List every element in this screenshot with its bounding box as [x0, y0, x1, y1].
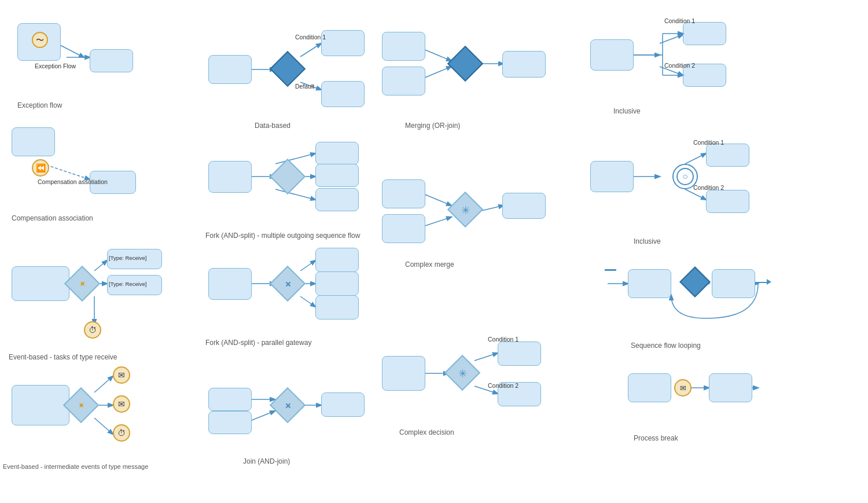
exception-flow-arrow-label: Exception Flow [35, 63, 76, 69]
db-section-label: Data-based [255, 122, 290, 130]
inc1-section-label: Inclusive [613, 107, 641, 115]
seq-loop-arrow-in [605, 269, 616, 271]
or-join-section-label: Merging (OR-join) [405, 122, 460, 130]
exception-flow-event: 〜 [32, 32, 48, 48]
cd-cond2-label: Condition 2 [488, 382, 518, 389]
fork-para-task3 [315, 271, 359, 296]
cd-cond1-label: Condition 1 [488, 336, 518, 343]
join-task3 [321, 392, 365, 417]
join-task2 [208, 411, 252, 434]
pb-event-circle: ✉ [674, 379, 692, 396]
evb-msg-envelope2: ✉ [113, 395, 130, 413]
svg-line-32 [475, 353, 498, 361]
fork-multi-task4 [315, 188, 359, 211]
cd-section-label: Complex decision [399, 428, 454, 436]
comp-icon: ⏪ [36, 163, 46, 172]
cd-gateway: ✳ [450, 360, 476, 387]
db-task2 [321, 30, 365, 56]
evb-msg-clock: ⏱ [113, 424, 130, 442]
db-gateway [275, 56, 301, 83]
svg-line-8 [94, 376, 113, 392]
db-default-label: Default [295, 83, 314, 90]
inc2-task3 [706, 190, 749, 213]
fork-multi-task2 [315, 142, 359, 165]
cd-task2 [498, 342, 541, 366]
or-join-gateway [453, 51, 479, 78]
pb-envelope-icon: ✉ [680, 384, 686, 392]
pb-task1 [628, 373, 671, 402]
svg-line-2 [46, 165, 90, 179]
evb-receive-gateway: ✦ [69, 271, 96, 298]
inc2-cond2-label: Condition 2 [693, 184, 724, 191]
envelope2-icon: ✉ [118, 399, 125, 409]
exception-icon: 〜 [36, 36, 44, 44]
cm-section-label: Complex merge [405, 260, 454, 269]
or-join-task1 [382, 32, 425, 61]
db-task3 [321, 81, 365, 107]
evb-msg-section-label: Event-based - intermediate events of typ… [3, 463, 148, 470]
fork-multi-task3 [315, 164, 359, 187]
fork-para-task2 [315, 248, 359, 272]
evb-receive-label1: [Type: Receive] [109, 255, 146, 261]
svg-line-30 [479, 205, 503, 211]
inc2-cond1-label: Condition 1 [693, 139, 724, 146]
evb-receive-section-label: Event-based - tasks of type receive [9, 353, 117, 361]
cm-gateway: ✳ [453, 197, 479, 223]
join-gateway: + [275, 392, 301, 419]
fork-multi-section-label: Fork (AND-split) - multiple outgoing seq… [205, 232, 360, 240]
svg-line-4 [94, 260, 107, 271]
exception-flow-task2 [90, 49, 133, 72]
cm-task1 [382, 179, 425, 208]
svg-line-18 [275, 153, 315, 164]
pb-section-label: Process break [634, 434, 678, 442]
evb-msg-envelope1: ✉ [113, 366, 130, 384]
svg-line-10 [94, 418, 113, 434]
seq-loop-task2 [712, 269, 755, 298]
clock2-icon: ⏱ [117, 428, 126, 438]
comp-event: ⏪ [32, 159, 49, 177]
svg-line-12 [300, 43, 321, 57]
evb-receive-clock: ⏱ [84, 321, 101, 339]
envelope1-icon: ✉ [118, 370, 125, 380]
inc1-task1 [590, 39, 634, 71]
comp-task1 [12, 127, 55, 156]
evb-msg-task1 [12, 385, 69, 425]
fork-para-section-label: Fork (AND-split) - parallel gateway [205, 339, 311, 347]
svg-line-22 [300, 260, 315, 271]
db-task1 [208, 55, 252, 84]
or-join-task2 [382, 67, 425, 96]
fork-para-task1 [208, 268, 252, 300]
evb-receive-task1 [12, 266, 69, 301]
inc1-cond2-label: Condition 2 [664, 62, 695, 69]
exception-flow-label: Exception flow [17, 101, 62, 109]
inc2-task2 [706, 144, 749, 167]
fork-multi-task1 [208, 161, 252, 193]
cm-task2 [382, 214, 425, 243]
seq-loop-arrow-head [767, 279, 771, 285]
fork-para-task4 [315, 295, 359, 320]
svg-line-0 [57, 43, 84, 57]
seq-loop-gateway [684, 271, 707, 294]
cd-task1 [382, 356, 425, 391]
evb-msg-gateway: ✦ [68, 392, 95, 419]
clock-icon: ⏱ [89, 325, 97, 335]
pb-task2 [709, 373, 752, 402]
db-cond1-label: Condition 1 [295, 34, 326, 41]
join-section-label: Join (AND-join) [243, 457, 290, 465]
join-task1 [208, 388, 252, 411]
comp-section-label: Compensation association [12, 214, 93, 222]
fork-para-gateway: + [275, 271, 301, 298]
evb-receive-label2: [Type: Receive] [109, 281, 146, 287]
seq-loop-section-label: Sequence flow looping [631, 342, 701, 350]
svg-line-24 [300, 296, 315, 307]
inc1-task2 [683, 22, 726, 45]
seq-loop-task1 [628, 269, 671, 298]
comp-arrow-label: Compensation assotiation [38, 178, 108, 185]
svg-line-38 [685, 153, 706, 164]
svg-line-20 [275, 189, 315, 200]
svg-line-35 [660, 35, 683, 43]
inc2-task1 [590, 161, 634, 192]
diagram-canvas: 〜 Exception Flow Exception flow ⏪ Compen… [0, 0, 868, 503]
or-join-task3 [502, 51, 546, 78]
inc2-section-label: Inclusive [634, 237, 661, 245]
